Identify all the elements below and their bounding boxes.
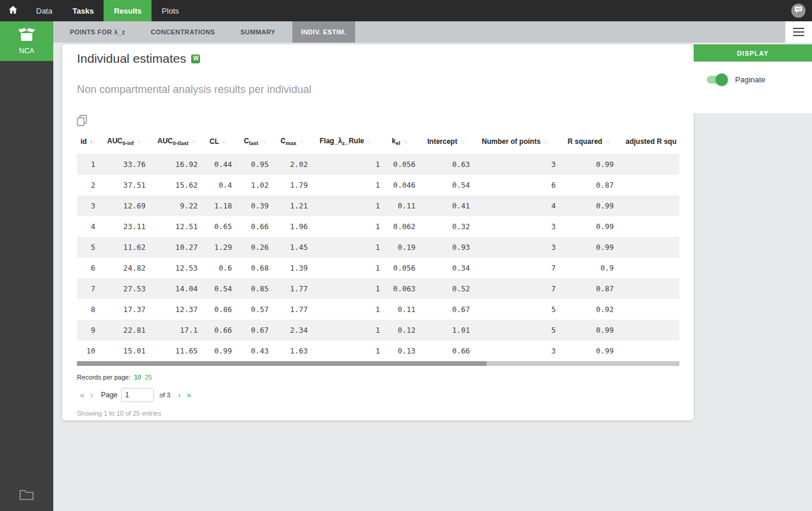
sort-icon[interactable]: ↑↓: [543, 139, 547, 145]
records-per-page-option-25[interactable]: 25: [145, 374, 152, 381]
table-cell: 0.57: [240, 299, 277, 320]
table-cell: 0.99: [206, 340, 240, 361]
nav-item-plots[interactable]: Plots: [152, 0, 189, 21]
sort-icon[interactable]: ↑↓: [605, 139, 610, 145]
open-box-icon: [18, 28, 36, 44]
table-cell: 0.99: [564, 237, 622, 258]
table-cell: 1.45: [277, 237, 316, 258]
prev-page-button[interactable]: ‹: [88, 390, 96, 400]
column-header-k[interactable]: kel↑↓: [388, 133, 424, 154]
table-cell: 0.54: [424, 175, 478, 195]
table-cell: 6: [478, 175, 564, 195]
sort-icon[interactable]: ↑↓: [403, 139, 407, 144]
table-cell: 4: [77, 216, 104, 237]
column-header-auc[interactable]: AUC0-inf↑↓: [104, 133, 154, 154]
nav-item-data[interactable]: Data: [26, 0, 62, 21]
table-cell: 1.01: [424, 320, 478, 340]
table-cell: 1: [316, 299, 388, 320]
table-cell: 1: [316, 278, 388, 299]
table-cell: 1.29: [206, 237, 240, 258]
sort-icon[interactable]: ↑↓: [367, 139, 371, 144]
table-cell: 2.02: [277, 154, 316, 175]
tab-points-for-lambda-z[interactable]: POINTS FOR λ_z: [61, 21, 134, 43]
table-cell: 0.66: [424, 340, 478, 361]
table-cell: 0.063: [388, 278, 424, 299]
table-cell: 0.6: [206, 258, 240, 278]
column-header-flag[interactable]: Flag_λz_Rule↑↓: [316, 133, 388, 154]
next-page-button[interactable]: ›: [175, 390, 184, 400]
table-cell: 33.76: [104, 154, 154, 175]
table-row: 624.8212.530.60.681.3910.0560.3470.9: [77, 258, 679, 278]
tab-summary[interactable]: SUMMARY: [231, 21, 284, 43]
table-cell: 0.062: [388, 216, 424, 237]
table-cell: 1.18: [206, 195, 240, 216]
table-cell: 1: [316, 237, 388, 258]
column-header-cl[interactable]: CL↑↓: [206, 133, 240, 154]
page-number-input[interactable]: [121, 388, 154, 402]
copy-table-button[interactable]: [77, 118, 87, 128]
table-cell: 1.02: [240, 175, 277, 195]
tab-concentrations[interactable]: CONCENTRATIONS: [142, 21, 224, 43]
table-cell: 1: [316, 258, 388, 278]
table-cell: 5: [478, 299, 564, 320]
table-cell: 7: [77, 278, 104, 299]
menu-button[interactable]: [785, 21, 812, 43]
nav-item-results[interactable]: Results: [104, 0, 152, 21]
feedback-button[interactable]: [791, 4, 805, 18]
sort-icon[interactable]: ↑↓: [192, 139, 196, 144]
scrollbar-thumb[interactable]: [77, 361, 486, 366]
project-folder-button[interactable]: [0, 488, 53, 503]
table-cell: 11.62: [104, 237, 154, 258]
table-row: 1015.0111.650.990.431.6310.130.6630.99: [77, 340, 679, 361]
sort-icon[interactable]: ↑↓: [222, 139, 226, 145]
last-page-button[interactable]: »: [184, 390, 195, 400]
table-cell: 0.99: [564, 320, 622, 340]
table-cell: 2: [77, 175, 104, 195]
table-cell: [622, 216, 679, 237]
nav-item-tasks[interactable]: Tasks: [62, 0, 104, 21]
sort-icon[interactable]: ↑↓: [299, 139, 304, 144]
table-cell: 3: [478, 216, 564, 237]
table-cell: 0.93: [424, 237, 478, 258]
column-header-id[interactable]: id↑↓: [77, 133, 104, 154]
column-header-intercept[interactable]: Intercept↑↓: [424, 133, 478, 154]
sort-icon[interactable]: ↑↓: [460, 139, 465, 145]
table-cell: 0.68: [240, 258, 277, 278]
table-cell: 0.54: [206, 278, 240, 299]
paginate-toggle[interactable]: [707, 76, 726, 83]
hamburger-icon: [793, 28, 804, 29]
sort-icon[interactable]: ↑↓: [261, 139, 265, 144]
column-header-auc[interactable]: AUC0-tlast↑↓: [154, 133, 206, 154]
page-title: Individual estimates: [77, 52, 186, 66]
page-label: Page: [101, 391, 117, 399]
table-cell: 15.62: [154, 175, 206, 195]
table-cell: 12.53: [154, 258, 206, 278]
table-cell: 23.11: [104, 216, 154, 237]
table-cell: 8: [77, 299, 104, 320]
table-cell: 27.53: [104, 278, 154, 299]
home-button[interactable]: [0, 0, 26, 21]
table-cell: 1.96: [277, 216, 316, 237]
column-header-c[interactable]: Cmax↑↓: [277, 133, 316, 154]
horizontal-scrollbar[interactable]: [77, 361, 679, 366]
table-cell: 0.67: [424, 299, 478, 320]
records-per-page-option-10[interactable]: 10: [134, 374, 141, 381]
table-cell: 9: [77, 320, 104, 340]
table-cell: 0.99: [564, 195, 622, 216]
column-header-c[interactable]: Clast↑↓: [240, 133, 277, 154]
table-cell: 0.046: [388, 175, 424, 195]
column-header-numberofpoints[interactable]: Number of points↑↓: [478, 133, 564, 154]
column-header-adjustedrsqu[interactable]: adjusted R squ↑↓: [622, 133, 679, 154]
table-cell: 0.86: [206, 299, 240, 320]
first-page-button[interactable]: «: [77, 390, 88, 400]
sort-icon[interactable]: ↑↓: [137, 139, 141, 144]
table-cell: 0.9: [564, 258, 622, 278]
sort-icon[interactable]: ↑↓: [90, 139, 95, 145]
tab-indiv-estim[interactable]: INDIV. ESTIM.: [292, 21, 355, 43]
sidebar-item-nca[interactable]: NCA: [0, 21, 53, 61]
export-word-icon[interactable]: W: [191, 54, 200, 63]
table-cell: 4: [478, 195, 564, 216]
column-header-rsquared[interactable]: R squared↑↓: [564, 133, 622, 154]
table-cell: 1.79: [277, 175, 316, 195]
table-cell: 0.92: [564, 299, 622, 320]
